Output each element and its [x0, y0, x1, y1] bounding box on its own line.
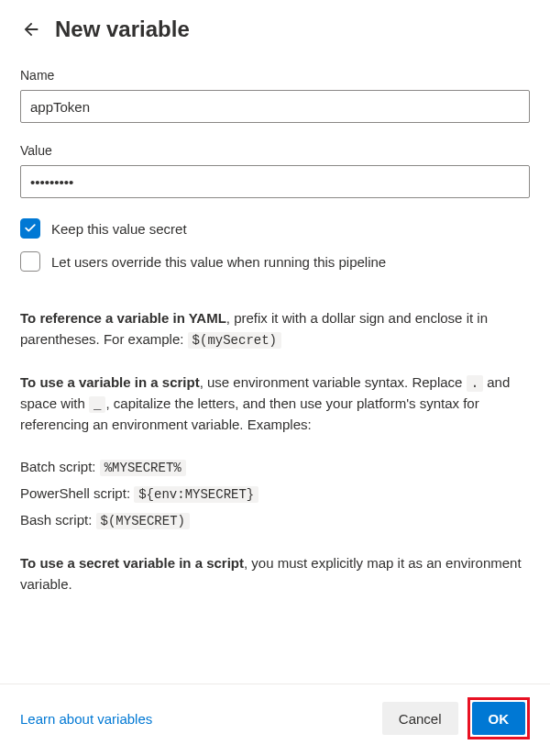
checkbox-group: Keep this value secret Let users overrid…: [20, 218, 530, 272]
help-script-para: To use a variable in a script, use envir…: [20, 372, 530, 436]
keep-secret-checkbox[interactable]: [20, 218, 40, 239]
example-batch: Batch script: %MYSECRET%: [20, 457, 530, 478]
learn-more-link[interactable]: Learn about variables: [20, 711, 152, 727]
value-field: Value: [20, 143, 530, 198]
allow-override-label: Let users override this value when runni…: [51, 254, 386, 270]
new-variable-panel: New variable Name Value Keep this value …: [0, 0, 550, 756]
keep-secret-label: Keep this value secret: [51, 221, 187, 237]
help-script-code1: .: [467, 375, 483, 392]
help-script-code2: _: [89, 396, 105, 413]
ok-button-highlight: OK: [468, 697, 531, 739]
help-examples: Batch script: %MYSECRET% PowerShell scri…: [20, 457, 530, 531]
batch-label: Batch script:: [20, 459, 100, 474]
help-secret-para: To use a secret variable in a script, yo…: [20, 553, 530, 595]
allow-override-checkbox[interactable]: [20, 251, 40, 272]
ps-code: ${env:MYSECRET}: [134, 486, 258, 503]
example-bash: Bash script: $(MYSECRET): [20, 510, 530, 531]
panel-title: New variable: [55, 17, 190, 42]
ok-button[interactable]: OK: [472, 702, 526, 735]
name-input[interactable]: [20, 90, 530, 123]
panel-content: New variable Name Value Keep this value …: [0, 0, 550, 684]
panel-footer: Learn about variables Cancel OK: [0, 684, 550, 756]
help-yaml-bold: To reference a variable in YAML: [20, 310, 226, 326]
name-label: Name: [20, 68, 530, 83]
example-powershell: PowerShell script: ${env:MYSECRET}: [20, 484, 530, 505]
value-input[interactable]: [20, 165, 530, 198]
value-label: Value: [20, 143, 530, 158]
bash-label: Bash script:: [20, 512, 96, 528]
keep-secret-row: Keep this value secret: [20, 218, 530, 239]
batch-code: %MYSECRET%: [100, 460, 186, 476]
cancel-button[interactable]: Cancel: [382, 702, 458, 735]
ps-label: PowerShell script:: [20, 485, 134, 501]
allow-override-row: Let users override this value when runni…: [20, 251, 530, 272]
help-script-seg1: , use environment variable syntax. Repla…: [200, 374, 467, 390]
bash-code: $(MYSECRET): [96, 513, 190, 529]
help-secret-bold: To use a secret variable in a script: [20, 555, 244, 571]
name-field: Name: [20, 68, 530, 123]
back-arrow-icon[interactable]: [20, 18, 42, 40]
help-text-block: To reference a variable in YAML, prefix …: [20, 308, 530, 595]
panel-header: New variable: [20, 17, 530, 42]
help-yaml-code: $(mySecret): [188, 332, 281, 349]
help-script-bold: To use a variable in a script: [20, 374, 200, 390]
help-yaml-para: To reference a variable in YAML, prefix …: [20, 308, 530, 350]
